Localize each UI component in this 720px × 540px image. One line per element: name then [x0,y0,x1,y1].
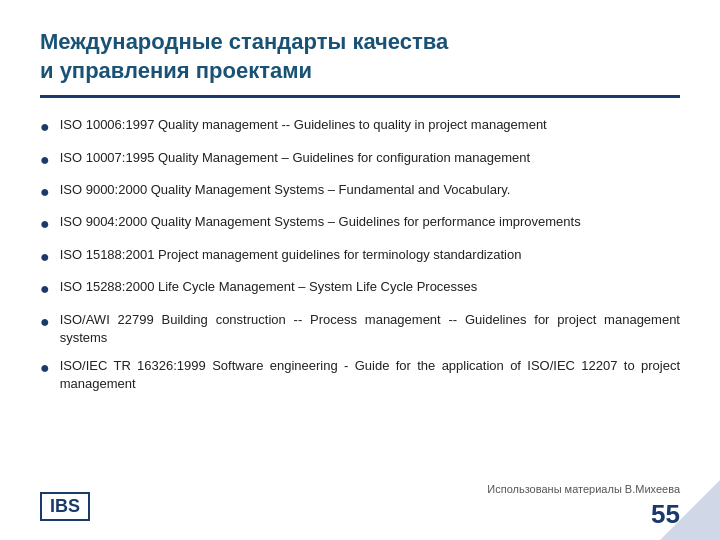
item-text: ISO 10007:1995 Quality Management – Guid… [60,149,680,167]
list-item: ●ISO 10007:1995 Quality Management – Gui… [40,149,680,171]
list-item: ●ISO 9004:2000 Quality Management System… [40,213,680,235]
item-text: ISO/AWI 22799 Building construction -- P… [60,311,680,347]
logo: IBS [40,492,90,521]
list-item: ●ISO 15188:2001 Project management guide… [40,246,680,268]
bullet-icon: ● [40,357,50,379]
item-text: ISO 9000:2000 Quality Management Systems… [60,181,680,199]
list-item: ●ISO 15288:2000 Life Cycle Management – … [40,278,680,300]
footer: IBS Использованы материалы В.Михеева 55 [0,475,720,540]
footer-right: Использованы материалы В.Михеева 55 [487,483,680,530]
item-text: ISO 15188:2001 Project management guidel… [60,246,680,264]
slide: Международные стандарты качества и управ… [0,0,720,540]
bullet-icon: ● [40,311,50,333]
list-item: ●ISO 9000:2000 Quality Management System… [40,181,680,203]
item-text: ISO/IEC TR 16326:1999 Software engineeri… [60,357,680,393]
bullet-icon: ● [40,213,50,235]
bullet-icon: ● [40,278,50,300]
item-text: ISO 15288:2000 Life Cycle Management – S… [60,278,680,296]
bullet-icon: ● [40,246,50,268]
item-text: ISO 9004:2000 Quality Management Systems… [60,213,680,231]
bullet-icon: ● [40,116,50,138]
content-list: ●ISO 10006:1997 Quality management -- Gu… [40,116,680,393]
item-text: ISO 10006:1997 Quality management -- Gui… [60,116,680,134]
list-item: ●ISO/IEC TR 16326:1999 Software engineer… [40,357,680,393]
title-line2: и управления проектами [40,58,312,83]
attribution: Использованы материалы В.Михеева [487,483,680,495]
list-item: ●ISO/AWI 22799 Building construction -- … [40,311,680,347]
bullet-icon: ● [40,149,50,171]
list-item: ●ISO 10006:1997 Quality management -- Gu… [40,116,680,138]
bullet-icon: ● [40,181,50,203]
page-number: 55 [651,499,680,530]
title-line1: Международные стандарты качества [40,29,448,54]
title-block: Международные стандарты качества и управ… [40,28,680,98]
slide-title: Международные стандарты качества и управ… [40,28,680,85]
